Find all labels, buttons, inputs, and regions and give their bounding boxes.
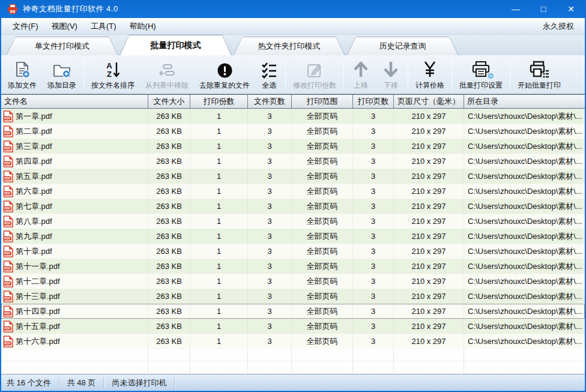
- file-pages: 3: [248, 244, 292, 259]
- menu-view[interactable]: 视图(V): [45, 18, 84, 34]
- pdf-file-icon: PDF: [3, 140, 13, 152]
- column-header-filename[interactable]: 文件名: [1, 95, 148, 108]
- edit-copies-icon: [306, 58, 323, 79]
- column-header-pages[interactable]: 文件页数: [248, 95, 292, 108]
- add-folder-button[interactable]: 添加目录: [42, 56, 82, 94]
- license-status: 永久授权: [543, 21, 580, 32]
- add-file-button[interactable]: 添加文件: [2, 56, 42, 94]
- print-pages: 3: [353, 154, 394, 169]
- file-pages: 3: [248, 169, 292, 184]
- file-pages: 3: [248, 319, 292, 334]
- table-row[interactable]: PDF 第十四章.pdf 263 KB 1 3 全部页码 3 210 x 297…: [1, 304, 585, 319]
- status-bar: 共 16 个文件 共 48 页 尚未选择打印机: [1, 374, 585, 391]
- file-name: 第七章.pdf: [16, 201, 52, 212]
- table-row[interactable]: PDF 第十六章.pdf 263 KB 1 3 全部页码 3 210 x 297…: [1, 334, 585, 349]
- column-header-printpages[interactable]: 打印页数: [353, 95, 394, 108]
- menu-help[interactable]: 帮助(H): [123, 18, 163, 34]
- file-pages: 3: [248, 334, 292, 349]
- table-row[interactable]: PDF 第十一章.pdf 263 KB 1 3 全部页码 3 210 x 297…: [1, 259, 585, 274]
- calc-price-button[interactable]: 计算价格: [410, 56, 450, 94]
- svg-text:PDF: PDF: [4, 146, 11, 150]
- file-directory: C:\Users\zhouxc\Desktop\素材\...: [464, 169, 585, 184]
- toolbar-button-label: 修改打印份数: [293, 80, 336, 91]
- paper-size: 210 x 297: [394, 319, 464, 334]
- batch-print-settings-button[interactable]: ⚙ 批量打印设置: [454, 56, 508, 94]
- file-pages: 3: [248, 199, 292, 214]
- status-file-count: 共 16 个文件: [1, 378, 59, 388]
- toolbar-button-label: 开始批量打印: [518, 80, 561, 91]
- table-row[interactable]: PDF 第三章.pdf 263 KB 1 3 全部页码 3 210 x 297 …: [1, 139, 585, 154]
- tab-single-file-mode[interactable]: 单文件打印模式: [6, 37, 118, 55]
- print-pages: 3: [353, 319, 394, 334]
- pdf-file-icon: PDF: [3, 125, 13, 137]
- pdf-file-icon: PDF: [3, 110, 13, 122]
- print-range: 全部页码: [292, 244, 353, 259]
- table-row[interactable]: PDF 第四章.pdf 263 KB 1 3 全部页码 3 210 x 297 …: [1, 154, 585, 169]
- svg-text:PDF: PDF: [4, 267, 11, 270]
- add-folder-icon: [53, 58, 71, 79]
- table-row[interactable]: PDF 第二章.pdf 263 KB 1 3 全部页码 3 210 x 297 …: [1, 124, 585, 139]
- file-pages: 3: [248, 289, 292, 304]
- file-pages: 3: [248, 154, 292, 169]
- svg-text:PDF: PDF: [4, 116, 11, 120]
- column-header-directory[interactable]: 所在目录: [464, 95, 585, 108]
- column-header-papersize[interactable]: 页面尺寸（毫米）: [394, 95, 464, 108]
- toolbar-button-label: 添加目录: [47, 80, 76, 91]
- table-row[interactable]: PDF 第一章.pdf 263 KB 1 3 全部页码 3 210 x 297 …: [1, 109, 585, 124]
- table-row[interactable]: PDF 第七章.pdf 263 KB 1 3 全部页码 3 210 x 297 …: [1, 199, 585, 214]
- table-row[interactable]: PDF 第十章.pdf 263 KB 1 3 全部页码 3 210 x 297 …: [1, 244, 585, 259]
- table-row[interactable]: PDF 第十三章.pdf 263 KB 1 3 全部页码 3 210 x 297…: [1, 289, 585, 304]
- sort-by-name-button[interactable]: A Z 按文件名排序: [86, 56, 140, 94]
- print-range: 全部页码: [292, 169, 353, 184]
- menu-tools[interactable]: 工具(T): [84, 18, 123, 34]
- menu-file[interactable]: 文件(F): [6, 18, 45, 34]
- tab-history-query[interactable]: 历史记录查询: [346, 37, 459, 55]
- paper-size: 210 x 297: [394, 289, 464, 304]
- svg-text:PDF: PDF: [4, 207, 11, 210]
- file-size: 263 KB: [148, 289, 190, 304]
- column-header-copies[interactable]: 打印份数: [190, 95, 248, 108]
- svg-text:PDF: PDF: [4, 222, 11, 225]
- column-header-filesize[interactable]: 文件大小: [148, 95, 190, 108]
- print-copies: 1: [190, 214, 248, 229]
- file-directory: C:\Users\zhouxc\Desktop\素材\...: [464, 139, 585, 154]
- paper-size: 210 x 297: [394, 304, 464, 319]
- paper-size: 210 x 297: [394, 259, 464, 274]
- file-name: 第十二章.pdf: [16, 276, 60, 287]
- table-row[interactable]: PDF 第八章.pdf 263 KB 1 3 全部页码 3 210 x 297 …: [1, 214, 585, 229]
- print-range: 全部页码: [292, 274, 353, 289]
- status-page-count: 共 48 页: [59, 378, 104, 388]
- tab-batch-print-mode[interactable]: 批量打印模式: [119, 35, 232, 55]
- toolbar-separator: [83, 60, 84, 90]
- svg-text:PDF: PDF: [4, 342, 11, 345]
- pdf-file-icon: PDF: [3, 276, 13, 288]
- table-header: 文件名 文件大小 打印份数 文件页数 打印范围 打印页数 页面尺寸（毫米） 所在…: [1, 95, 585, 109]
- paper-size: 210 x 297: [394, 109, 464, 124]
- file-pages: 3: [248, 274, 292, 289]
- select-all-button[interactable]: 全选: [255, 56, 283, 94]
- pdf-file-icon: PDF: [3, 185, 13, 198]
- file-pages: 3: [248, 124, 292, 139]
- start-batch-print-button[interactable]: 开始批量打印: [512, 56, 566, 94]
- print-range: 全部页码: [292, 184, 353, 199]
- table-row[interactable]: PDF 第十五章.pdf 263 KB 1 3 全部页码 3 210 x 297…: [1, 319, 585, 334]
- menu-bar: 文件(F) 视图(V) 工具(T) 帮助(H) 永久授权: [1, 18, 585, 35]
- print-copies: 1: [190, 169, 248, 184]
- table-row[interactable]: PDF 第五章.pdf 263 KB 1 3 全部页码 3 210 x 297 …: [1, 169, 585, 184]
- table-row[interactable]: PDF 第十二章.pdf 263 KB 1 3 全部页码 3 210 x 297…: [1, 274, 585, 289]
- print-pages: 3: [353, 169, 394, 184]
- print-copies: 1: [190, 244, 248, 259]
- maximize-button[interactable]: □: [530, 0, 557, 18]
- file-pages: 3: [248, 259, 292, 274]
- paper-size: 210 x 297: [394, 184, 464, 199]
- file-size: 263 KB: [148, 304, 190, 319]
- print-range: 全部页码: [292, 229, 353, 244]
- print-copies: 1: [190, 319, 248, 334]
- table-row[interactable]: PDF 第九章.pdf 263 KB 1 3 全部页码 3 210 x 297 …: [1, 229, 585, 244]
- table-row[interactable]: PDF 第六章.pdf 263 KB 1 3 全部页码 3 210 x 297 …: [1, 184, 585, 199]
- tab-hot-folder-mode[interactable]: 热文件夹打印模式: [233, 37, 345, 55]
- column-header-range[interactable]: 打印范围: [292, 95, 353, 108]
- close-button[interactable]: ✕: [557, 0, 585, 18]
- remove-duplicates-button[interactable]: 去除重复的文件: [194, 56, 255, 94]
- minimize-button[interactable]: —: [502, 0, 530, 18]
